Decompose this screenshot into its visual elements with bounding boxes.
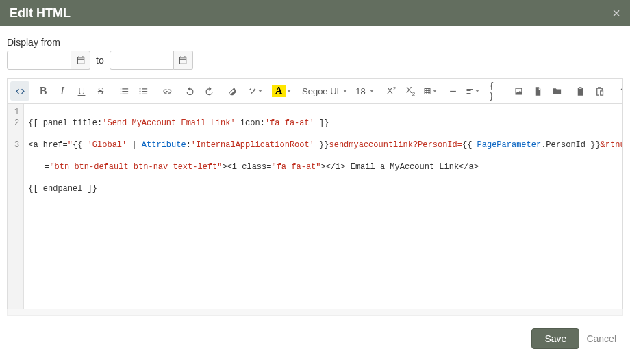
font-family-select[interactable]: Segoe UI [298, 81, 351, 101]
help-button[interactable]: ? [614, 81, 623, 101]
unordered-list-icon [138, 86, 149, 96]
chevron-down-icon [343, 90, 347, 92]
save-button[interactable]: Save [531, 328, 579, 349]
paste-button[interactable] [590, 81, 609, 101]
cancel-button[interactable]: Cancel [586, 333, 616, 344]
code-view-button[interactable] [10, 81, 29, 101]
calendar-icon [76, 55, 86, 65]
undo-button[interactable] [180, 81, 199, 101]
clear-format-button[interactable] [223, 81, 242, 101]
underline-button[interactable]: U [72, 81, 91, 101]
braces-button[interactable]: { } [486, 81, 505, 101]
svg-point-1 [139, 90, 140, 92]
to-date-picker-button[interactable] [174, 51, 193, 70]
modal-header: Edit HTML × [0, 0, 630, 26]
image-icon [514, 86, 524, 96]
to-date-input[interactable] [110, 51, 174, 70]
to-label: to [96, 55, 104, 66]
line-gutter: 1 2 3 [8, 104, 24, 309]
minus-icon [448, 86, 458, 96]
svg-point-0 [139, 88, 140, 89]
file-button[interactable] [529, 81, 548, 101]
to-date-wrap [110, 51, 193, 70]
bold-button[interactable]: B [34, 81, 53, 101]
display-from-row: Display from to [0, 26, 630, 78]
code-icon [15, 86, 25, 96]
table-button[interactable] [420, 81, 440, 101]
from-date-picker-button[interactable] [71, 51, 90, 70]
line-number [14, 129, 19, 140]
redo-icon [204, 86, 214, 96]
chevron-down-icon [258, 90, 262, 92]
code-content[interactable]: {[ panel title:'Send MyAccount Email Lin… [24, 104, 622, 309]
subscript-button[interactable]: X2 [401, 81, 420, 101]
chevron-down-icon [287, 90, 291, 92]
close-icon[interactable]: × [612, 6, 620, 20]
folder-button[interactable] [548, 81, 567, 101]
from-date-wrap [7, 51, 90, 70]
font-color-swatch: A [272, 85, 286, 97]
date-range: to [7, 51, 623, 70]
svg-point-2 [139, 93, 140, 94]
eraser-icon [227, 86, 238, 96]
chevron-down-icon [475, 90, 479, 92]
folder-icon [552, 86, 562, 96]
italic-button[interactable]: I [53, 81, 72, 101]
undo-icon [185, 86, 195, 96]
magic-wand-icon [249, 86, 257, 96]
paste-icon [594, 86, 605, 96]
strikethrough-button[interactable]: S [91, 81, 110, 101]
font-color-button[interactable]: A [269, 81, 294, 101]
ordered-list-icon [119, 86, 129, 96]
unordered-list-button[interactable] [134, 81, 153, 101]
file-icon [533, 86, 543, 96]
font-size-select[interactable]: 18 [351, 81, 377, 101]
modal-footer: Save Cancel [0, 316, 630, 357]
align-button[interactable] [463, 81, 482, 101]
display-from-label: Display from [7, 37, 623, 48]
ordered-list-button[interactable] [114, 81, 134, 101]
from-date-input[interactable] [7, 51, 71, 70]
superscript-button[interactable]: X2 [382, 81, 401, 101]
hr-button[interactable] [444, 81, 463, 101]
font-family-value: Segoe UI [302, 86, 339, 96]
toolbar: B I U S A [7, 78, 623, 104]
line-number: 1 [14, 107, 19, 118]
link-button[interactable] [157, 81, 176, 101]
clipboard-icon [575, 86, 585, 96]
code-editor[interactable]: 1 2 3 {[ panel title:'Send MyAccount Ema… [7, 104, 623, 309]
editor-footer-strip [7, 309, 623, 316]
clipboard-button[interactable] [571, 81, 590, 101]
link-icon [162, 86, 172, 96]
chevron-down-icon [433, 90, 437, 92]
align-icon [466, 86, 474, 96]
editor: B I U S A [0, 78, 630, 309]
modal-title: Edit HTML [10, 6, 71, 21]
line-number: 2 [14, 118, 19, 129]
line-number: 3 [14, 140, 19, 151]
magic-button[interactable] [246, 81, 265, 101]
redo-button[interactable] [199, 81, 218, 101]
image-button[interactable] [509, 81, 529, 101]
chevron-down-icon [370, 90, 374, 92]
calendar-icon [178, 55, 188, 65]
table-icon [423, 86, 431, 96]
font-size-value: 18 [355, 86, 365, 96]
